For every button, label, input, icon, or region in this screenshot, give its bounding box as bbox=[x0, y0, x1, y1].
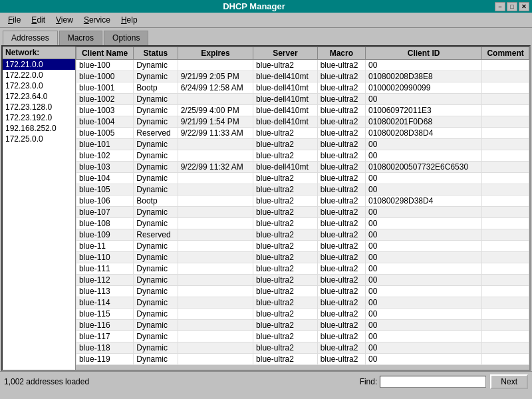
table-row[interactable]: blue-113Dynamicblue-ultra2blue-ultra200 bbox=[76, 286, 529, 297]
menu-item-service[interactable]: Service bbox=[78, 14, 116, 26]
table-cell: blue-dell410mt bbox=[253, 162, 318, 173]
table-cell: blue-114 bbox=[76, 297, 134, 309]
table-row[interactable]: blue-110Dynamicblue-ultra2blue-ultra200 bbox=[76, 252, 529, 263]
table-cell: blue-ultra2 bbox=[253, 184, 318, 196]
table-row[interactable]: blue-109Reservedblue-ultra2blue-ultra200 bbox=[76, 229, 529, 241]
table-cell: Dynamic bbox=[134, 252, 178, 263]
tab-macros[interactable]: Macros bbox=[59, 31, 102, 45]
table-cell: 00 bbox=[365, 354, 481, 365]
close-button[interactable]: ✕ bbox=[519, 2, 529, 11]
table-cell: 010800208D38D4 bbox=[365, 128, 481, 139]
table-row[interactable]: blue-107Dynamicblue-ultra2blue-ultra200 bbox=[76, 207, 529, 218]
table-cell: blue-ultra2 bbox=[317, 207, 365, 218]
next-button[interactable]: Next bbox=[490, 374, 528, 389]
table-cell: Dynamic bbox=[134, 263, 178, 275]
table-cell bbox=[482, 275, 529, 286]
table-row[interactable]: blue-115Dynamicblue-ultra2blue-ultra200 bbox=[76, 309, 529, 320]
table-row[interactable]: blue-11Dynamicblue-ultra2blue-ultra200 bbox=[76, 241, 529, 252]
table-cell: blue-ultra2 bbox=[253, 309, 318, 320]
table-row[interactable]: blue-1000Dynamic9/21/99 2:05 PMblue-dell… bbox=[76, 71, 529, 82]
table-row[interactable]: blue-116Dynamicblue-ultra2blue-ultra200 bbox=[76, 320, 529, 331]
table-cell: 00 bbox=[365, 297, 481, 309]
table-cell bbox=[482, 229, 529, 241]
table-row[interactable]: blue-1005Reserved9/22/99 11:33 AMblue-ul… bbox=[76, 128, 529, 139]
table-row[interactable]: blue-106Bootpblue-ultra2blue-ultra201080… bbox=[76, 196, 529, 207]
table-header: Client ID bbox=[365, 47, 481, 60]
menu-bar: File Edit View Service Help bbox=[0, 13, 532, 28]
table-cell: blue-105 bbox=[76, 184, 134, 196]
table-cell bbox=[482, 116, 529, 128]
table-row[interactable]: blue-112Dynamicblue-ultra2blue-ultra200 bbox=[76, 275, 529, 286]
table-cell bbox=[482, 82, 529, 94]
table-cell bbox=[178, 139, 253, 150]
table-cell bbox=[482, 94, 529, 105]
table-cell: blue-ultra2 bbox=[317, 297, 365, 309]
table-row[interactable]: blue-114Dynamicblue-ultra2blue-ultra200 bbox=[76, 297, 529, 309]
table-cell bbox=[178, 184, 253, 196]
table-cell: blue-ultra2 bbox=[253, 252, 318, 263]
network-header: Network: bbox=[3, 47, 75, 59]
table-row[interactable]: blue-119Dynamicblue-ultra2blue-ultra200 bbox=[76, 354, 529, 365]
table-cell: blue-110 bbox=[76, 252, 134, 263]
table-row[interactable]: blue-101Dynamicblue-ultra2blue-ultra200 bbox=[76, 139, 529, 150]
table-cell: Dynamic bbox=[134, 297, 178, 309]
table-cell: blue-ultra2 bbox=[253, 218, 318, 229]
table-cell: blue-1004 bbox=[76, 116, 134, 128]
table-cell: Dynamic bbox=[134, 71, 178, 82]
table-cell bbox=[178, 320, 253, 331]
maximize-button[interactable]: □ bbox=[507, 2, 517, 11]
menu-item-view[interactable]: View bbox=[51, 14, 78, 26]
network-item[interactable]: 192.168.252.0 bbox=[3, 123, 75, 134]
table-cell: 010800200507732E6C6530 bbox=[365, 162, 481, 173]
network-item[interactable]: 172.21.0.0 bbox=[3, 59, 75, 70]
table-row[interactable]: blue-102Dynamicblue-ultra2blue-ultra200 bbox=[76, 150, 529, 162]
table-cell: blue-ultra2 bbox=[253, 241, 318, 252]
table-row[interactable]: blue-105Dynamicblue-ultra2blue-ultra200 bbox=[76, 184, 529, 196]
table-cell: blue-ultra2 bbox=[253, 354, 318, 365]
network-item[interactable]: 172.23.64.0 bbox=[3, 91, 75, 102]
table-row[interactable]: blue-100Dynamicblue-ultra2blue-ultra200 bbox=[76, 60, 529, 71]
table-row[interactable]: blue-104Dynamicblue-ultra2blue-ultra200 bbox=[76, 173, 529, 184]
tab-addresses[interactable]: Addresses bbox=[3, 31, 58, 45]
table-cell bbox=[482, 286, 529, 297]
table-row[interactable]: blue-108Dynamicblue-ultra2blue-ultra200 bbox=[76, 218, 529, 229]
menu-item-edit[interactable]: Edit bbox=[26, 14, 51, 26]
table-row[interactable]: blue-1002Dynamicblue-dell410mtblue-ultra… bbox=[76, 94, 529, 105]
table-cell bbox=[482, 150, 529, 162]
table-cell bbox=[482, 309, 529, 320]
table-cell: 010800208D38E8 bbox=[365, 71, 481, 82]
table-cell: 010060972011E3 bbox=[365, 105, 481, 116]
network-item[interactable]: 172.23.128.0 bbox=[3, 102, 75, 112]
table-row[interactable]: blue-1001Bootp6/24/99 12:58 AMblue-dell4… bbox=[76, 82, 529, 94]
table-cell bbox=[178, 342, 253, 354]
tab-options[interactable]: Options bbox=[104, 31, 148, 45]
table-row[interactable]: blue-111Dynamicblue-ultra2blue-ultra200 bbox=[76, 263, 529, 275]
table-cell: blue-108 bbox=[76, 218, 134, 229]
table-cell: blue-ultra2 bbox=[253, 263, 318, 275]
table-cell: Dynamic bbox=[134, 342, 178, 354]
table-row[interactable]: blue-1004Dynamic9/21/99 1:54 PMblue-dell… bbox=[76, 116, 529, 128]
network-item[interactable]: 172.22.0.0 bbox=[3, 70, 75, 80]
table-cell: 00 bbox=[365, 342, 481, 354]
table-cell: Dynamic bbox=[134, 105, 178, 116]
table-cell bbox=[482, 128, 529, 139]
network-item[interactable]: 172.23.192.0 bbox=[3, 112, 75, 123]
table-row[interactable]: blue-117Dynamicblue-ultra2blue-ultra200 bbox=[76, 331, 529, 342]
table-cell: 00 bbox=[365, 252, 481, 263]
table-row[interactable]: blue-103Dynamic9/22/99 11:32 AMblue-dell… bbox=[76, 162, 529, 173]
table-cell: Dynamic bbox=[134, 184, 178, 196]
table-cell: Dynamic bbox=[134, 173, 178, 184]
table-cell: Dynamic bbox=[134, 320, 178, 331]
table-cell bbox=[178, 252, 253, 263]
table-row[interactable]: blue-1003Dynamic2/25/99 4:00 PMblue-dell… bbox=[76, 105, 529, 116]
network-item[interactable]: 172.23.0.0 bbox=[3, 80, 75, 91]
network-item[interactable]: 172.25.0.0 bbox=[3, 134, 75, 144]
minimize-button[interactable]: – bbox=[495, 2, 505, 11]
table-cell: blue-ultra2 bbox=[317, 354, 365, 365]
menu-item-file[interactable]: File bbox=[3, 14, 26, 26]
table-cell: blue-ultra2 bbox=[253, 320, 318, 331]
table-cell bbox=[178, 60, 253, 71]
menu-item-help[interactable]: Help bbox=[116, 14, 143, 26]
find-input[interactable] bbox=[380, 376, 486, 388]
table-row[interactable]: blue-118Dynamicblue-ultra2blue-ultra200 bbox=[76, 342, 529, 354]
